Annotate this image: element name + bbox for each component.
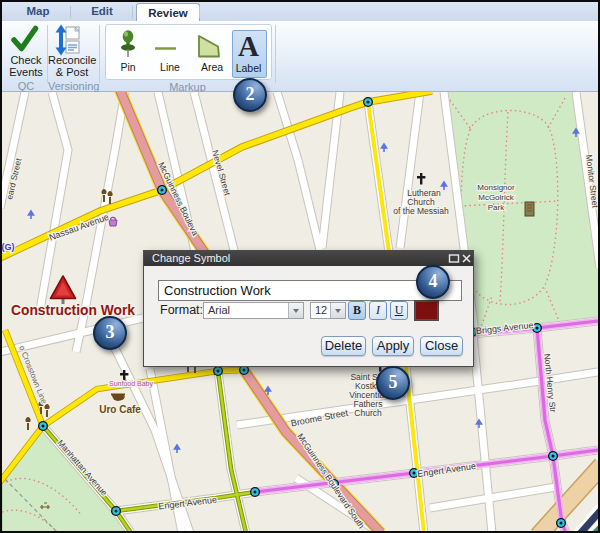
svg-text:Church: Church (354, 408, 382, 418)
svg-text:(G): (G) (2, 242, 15, 252)
svg-text:of the Messiah: of the Messiah (393, 206, 449, 216)
svg-text:McGolrick: McGolrick (478, 193, 515, 202)
svg-text:Park: Park (488, 203, 505, 212)
svg-text:Uro Cafe: Uro Cafe (99, 404, 141, 415)
svg-text:Construction Work: Construction Work (11, 303, 135, 318)
svg-text:Sunfood Baby: Sunfood Baby (109, 380, 153, 388)
svg-text:Monsignor: Monsignor (477, 183, 515, 192)
